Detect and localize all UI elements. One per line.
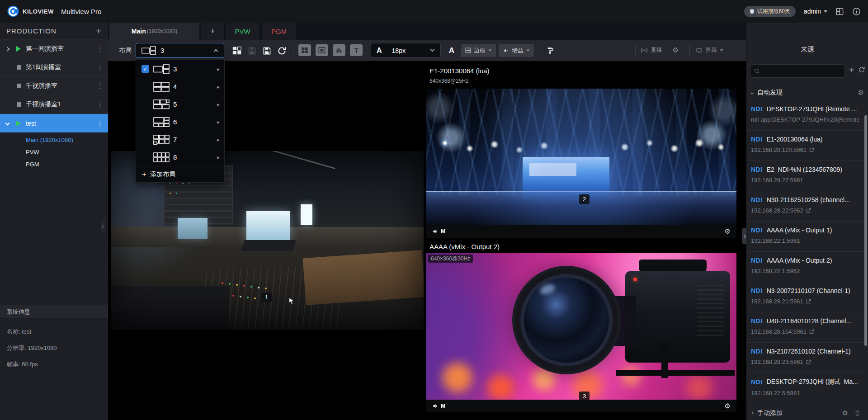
collapse-production-panel-handle[interactable]	[101, 220, 105, 233]
kebab-menu-icon[interactable]: ⋮	[97, 82, 104, 90]
layout-5-icon	[153, 99, 170, 109]
source-item-8[interactable]: NDI U40-21164010128 (Channel... 192.168.…	[746, 312, 865, 343]
gain-dropdown[interactable]: 增益	[499, 44, 534, 57]
chevron-down-icon[interactable]	[5, 121, 10, 126]
tile3-mute-button[interactable]: M	[432, 403, 445, 409]
source-name: E2_NDI-%N (1234567809)	[767, 166, 842, 173]
add-production-button[interactable]: +	[96, 27, 102, 36]
save-as-icon[interactable]	[261, 45, 272, 56]
submenu-arrow-icon[interactable]: ▸	[217, 119, 220, 125]
add-layout-button[interactable]: + 添加布局	[136, 166, 224, 182]
source-item-7[interactable]: NDI N3-20072110107 (Channel-1) 192.168.2…	[746, 282, 865, 312]
sidebar-item-room3[interactable]: 千视演播室 ⋮	[0, 77, 108, 95]
save-icon-disabled[interactable]	[246, 45, 257, 56]
source-item-9[interactable]: NDI N3-21072610102 (Channel-1) 192.168.2…	[746, 343, 865, 373]
room-label: 第1间演播室	[26, 63, 61, 71]
trial-badge: 试用期限60天	[744, 6, 796, 17]
source-item-2[interactable]: NDI E1-200130064 (lua) 192.168.28.120:59…	[746, 131, 865, 161]
font-color-tool[interactable]: A	[446, 45, 457, 56]
external-link-icon[interactable]	[806, 359, 811, 364]
source-item-4[interactable]: NDI N30-21162510258 (channel... 192.168.…	[746, 191, 865, 222]
external-link-icon[interactable]	[806, 299, 811, 304]
refresh-sources-icon[interactable]	[858, 66, 865, 73]
source-item-1[interactable]: NDI DESKTOP-279JQHI (Remote ... ndi-app:…	[746, 100, 865, 131]
source-item-10[interactable]: NDI DESKTOP-279JQHI (测试_Ma... 192.168.22…	[746, 373, 865, 403]
sidebar-item-room4[interactable]: 千视演播室1 ⋮	[0, 95, 108, 114]
layout-select[interactable]: 3	[136, 43, 224, 58]
border-dropdown[interactable]: 边框	[461, 44, 496, 57]
source-address: 192.168.28.27:5961	[751, 177, 803, 184]
source-search-box[interactable]	[750, 64, 845, 78]
layout-option-7[interactable]: 7 ▸	[136, 131, 224, 148]
tile3-video-preview[interactable]	[426, 253, 736, 400]
info-icon[interactable]	[852, 7, 861, 16]
submenu-arrow-icon[interactable]: ▸	[217, 154, 220, 160]
split-screen-tool[interactable]	[298, 44, 311, 56]
trash-icon[interactable]	[854, 410, 860, 416]
kebab-menu-icon[interactable]: ⋮	[97, 100, 104, 109]
layout-option-5[interactable]: 5 ▸	[136, 95, 224, 113]
audio-meter-tool[interactable]	[333, 44, 345, 56]
border-frame-tool[interactable]	[316, 44, 328, 56]
room-label: 千视演播室1	[26, 100, 61, 109]
checkbox-checked-icon[interactable]: ✓	[142, 65, 149, 73]
search-input[interactable]	[763, 68, 840, 75]
manual-add-label: 手动添加	[757, 409, 783, 417]
tab-pvw[interactable]: PVW	[226, 23, 259, 40]
tile2-settings-gear-icon[interactable]: ⚙	[725, 227, 731, 236]
sidebar-item-room1[interactable]: 第一间演播室 ⋮	[0, 40, 108, 58]
panels-icon[interactable]	[835, 7, 844, 16]
discovery-settings-gear-icon[interactable]: ⚙	[858, 89, 864, 97]
sidebar-child-pvw[interactable]: PVW	[0, 146, 108, 158]
manual-settings-gear-icon[interactable]: ⚙	[842, 409, 848, 417]
layout-option-4[interactable]: 4 ▸	[136, 78, 224, 95]
chevron-right-icon[interactable]	[5, 47, 10, 51]
external-link-icon[interactable]	[806, 208, 811, 213]
layout-option-8[interactable]: 8 ▸	[136, 148, 224, 166]
tile3-settings-gear-icon[interactable]: ⚙	[725, 402, 731, 410]
source-item-5[interactable]: NDI AAAA (vMix - Output 1) 192.168.22.1:…	[746, 222, 865, 252]
auto-discovery-section[interactable]: 自动发现 ⚙	[746, 86, 868, 99]
mouse-cursor	[288, 297, 295, 305]
manual-add-section[interactable]: 手动添加 ⚙	[746, 406, 865, 420]
user-menu[interactable]: admin	[804, 8, 827, 15]
tab-pgm[interactable]: PGM	[262, 23, 296, 40]
collapse-sources-panel-handle[interactable]	[742, 228, 746, 244]
submenu-arrow-icon[interactable]: ▸	[217, 84, 220, 90]
submenu-arrow-icon[interactable]: ▸	[217, 101, 220, 108]
tab-pgm-label: PGM	[271, 28, 287, 35]
scrollbar[interactable]	[864, 115, 867, 346]
external-link-icon[interactable]	[809, 329, 814, 334]
add-source-icon[interactable]: +	[849, 65, 854, 76]
tile2-control-bar: M ⚙	[426, 225, 736, 238]
sidebar-item-test-selected[interactable]: test ⋮	[0, 114, 108, 132]
layout-option-label: 8	[173, 153, 177, 161]
live-settings-gear-icon[interactable]: ⚙	[672, 46, 679, 54]
layout-option-6[interactable]: 6 ▸	[136, 113, 224, 131]
kebab-menu-icon[interactable]: ⋮	[97, 63, 104, 71]
text-tool[interactable]: T	[350, 44, 363, 56]
source-item-6[interactable]: NDI AAAA (vMix - Output 2) 192.168.22.1:…	[746, 252, 865, 282]
plus-icon: +	[142, 170, 146, 179]
sidebar-child-main[interactable]: Main (1920x1080)	[0, 134, 108, 146]
sidebar-item-room2[interactable]: 第1间演播室 ⋮	[0, 58, 108, 77]
layout-option-3[interactable]: ✓ 3 ▸	[136, 60, 224, 78]
tab-main[interactable]: Main (1920x1080)	[109, 23, 199, 40]
format-paint-icon[interactable]	[545, 45, 556, 56]
live-button[interactable]: 直播	[641, 46, 662, 54]
kebab-menu-icon[interactable]: ⋮	[97, 119, 104, 127]
tile2-video-preview[interactable]	[426, 89, 736, 225]
refresh-icon[interactable]	[276, 45, 287, 56]
tab-add[interactable]: +	[201, 23, 224, 40]
font-size-select[interactable]: A 18px	[371, 43, 441, 58]
multiview-layout-icon[interactable]	[231, 45, 242, 56]
chevron-down-icon	[720, 49, 723, 52]
kebab-menu-icon[interactable]: ⋮	[97, 45, 104, 53]
source-item-3[interactable]: NDI E2_NDI-%N (1234567809) 192.168.28.27…	[746, 161, 865, 191]
submenu-arrow-icon[interactable]: ▸	[217, 137, 220, 143]
submenu-arrow-icon[interactable]: ▸	[217, 66, 220, 72]
external-link-icon[interactable]	[809, 147, 814, 152]
tile2-mute-button[interactable]: M	[432, 228, 445, 235]
sidebar-child-pgm[interactable]: PGM	[0, 158, 108, 170]
screen-dropdown[interactable]: 屏幕	[696, 46, 723, 54]
